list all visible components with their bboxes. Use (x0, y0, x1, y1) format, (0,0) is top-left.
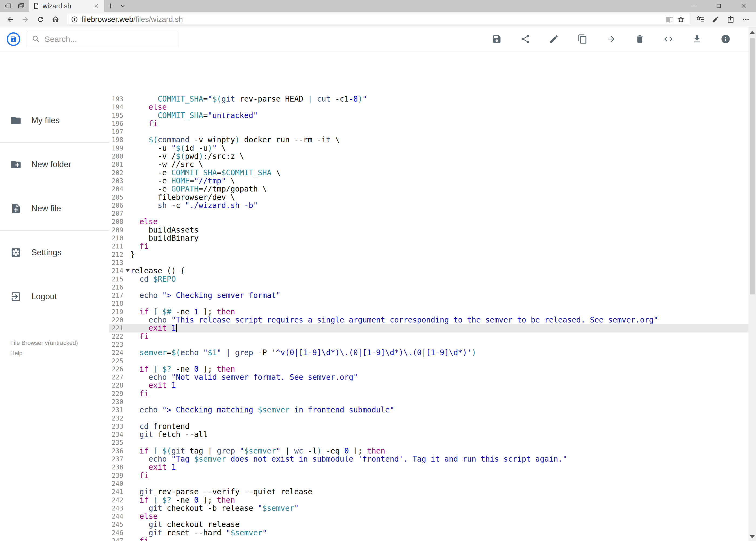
line-number[interactable]: 242 (109, 496, 130, 504)
line-number[interactable]: 228 (109, 381, 130, 389)
code-line[interactable]: 229 fi (109, 390, 748, 398)
code-line[interactable]: 241 git rev-parse --verify --quiet relea… (109, 488, 748, 496)
line-number[interactable]: 217 (109, 291, 130, 299)
copy-button[interactable] (576, 33, 589, 45)
line-number[interactable]: 197 (109, 128, 130, 136)
code-editor[interactable]: 193 COMMIT_SHA="$(git rev-parse HEAD | c… (109, 51, 748, 541)
search-box[interactable] (27, 31, 178, 47)
code-line[interactable]: 215 cd $REPO (109, 275, 748, 283)
search-input[interactable] (45, 35, 173, 44)
line-number[interactable]: 203 (109, 177, 130, 185)
line-number[interactable]: 244 (109, 512, 130, 520)
code-line[interactable]: 197 (109, 128, 748, 136)
line-number[interactable]: 199 (109, 144, 130, 152)
line-number[interactable]: 194 (109, 103, 130, 111)
move-button[interactable] (605, 33, 617, 45)
code-line[interactable]: 238 exit 1 (109, 463, 748, 471)
line-number[interactable]: 196 (109, 120, 130, 128)
line-number[interactable]: 213 (109, 259, 130, 267)
line-number[interactable]: 223 (109, 340, 130, 349)
raw-code-button[interactable] (662, 33, 674, 45)
line-number[interactable]: 234 (109, 430, 130, 439)
download-button[interactable] (691, 33, 703, 45)
back-button[interactable] (3, 12, 18, 27)
code-line[interactable]: 206 sh -c "./wizard.sh -b" (109, 202, 748, 210)
code-line[interactable]: 201 -w //src \ (109, 161, 748, 169)
page-scrollbar[interactable] (748, 27, 756, 541)
tab-preview-toggle[interactable] (117, 0, 129, 12)
reading-view-icon[interactable] (665, 15, 674, 24)
line-number[interactable]: 243 (109, 504, 130, 512)
code-line[interactable]: 240 (109, 480, 748, 488)
code-line[interactable]: 235 (109, 439, 748, 447)
code-line[interactable]: 209 buildAssets (109, 226, 748, 234)
window-minimize-button[interactable] (681, 0, 706, 12)
share-button[interactable] (723, 12, 738, 27)
line-number[interactable]: 193 (109, 95, 130, 103)
code-line[interactable]: 224 semver=$(echo "$1" | grep -P '^v(0|[… (109, 349, 748, 357)
line-number[interactable]: 200 (109, 152, 130, 161)
code-line[interactable]: 236 if [ $(git tag | grep "$semver" | wc… (109, 447, 748, 455)
refresh-button[interactable] (33, 12, 48, 27)
code-line[interactable]: 214release () { (109, 267, 748, 275)
code-line[interactable]: 219 if [ $# -ne 1 ]; then (109, 308, 748, 316)
code-line[interactable]: 198 $(command -v winpty) docker run --rm… (109, 136, 748, 144)
code-line[interactable]: 225 (109, 357, 748, 365)
code-line[interactable]: 205 filebrowser/dev \ (109, 194, 748, 202)
line-number[interactable]: 198 (109, 136, 130, 144)
line-number[interactable]: 214 (109, 267, 130, 275)
line-number[interactable]: 239 (109, 472, 130, 480)
line-number[interactable]: 207 (109, 210, 130, 218)
code-line[interactable]: 199 -u "$(id -u)" \ (109, 144, 748, 152)
code-line[interactable]: 213 (109, 259, 748, 267)
line-number[interactable]: 233 (109, 422, 130, 430)
code-line[interactable]: 217 echo "> Checking semver format" (109, 291, 748, 299)
line-number[interactable]: 210 (109, 234, 130, 242)
line-number[interactable]: 218 (109, 299, 130, 307)
code-line[interactable]: 230 (109, 398, 748, 406)
browser-tab-wizard-sh[interactable]: wizard.sh (29, 0, 104, 12)
code-line[interactable]: 208 else (109, 218, 748, 226)
line-number[interactable]: 201 (109, 161, 130, 169)
code-line[interactable]: 200 -v /$(pwd):/src:z \ (109, 152, 748, 161)
code-line[interactable]: 244 else (109, 512, 748, 520)
forward-button[interactable] (18, 12, 33, 27)
line-number[interactable]: 202 (109, 169, 130, 177)
line-number[interactable]: 208 (109, 218, 130, 226)
favorite-star-icon[interactable] (677, 15, 685, 24)
code-line[interactable]: 220 echo "This release script requires a… (109, 316, 748, 324)
line-number[interactable]: 238 (109, 463, 130, 471)
new-tab-button[interactable] (104, 0, 117, 12)
line-number[interactable]: 227 (109, 373, 130, 381)
code-line[interactable]: 247 fi (109, 537, 748, 541)
scrollbar-thumb[interactable] (750, 38, 755, 294)
code-line[interactable]: 210 buildBinary (109, 234, 748, 242)
line-number[interactable]: 222 (109, 332, 130, 340)
code-line[interactable]: 234 git fetch --all (109, 430, 748, 439)
code-line[interactable]: 211 fi (109, 242, 748, 251)
line-number[interactable]: 209 (109, 226, 130, 234)
url-field[interactable]: filebrowser.web/files/wizard.sh (67, 14, 689, 25)
rename-button[interactable] (548, 33, 560, 45)
line-number[interactable]: 220 (109, 316, 130, 324)
code-line[interactable]: 207 (109, 210, 748, 218)
code-line[interactable]: 239 fi (109, 472, 748, 480)
line-number[interactable]: 232 (109, 414, 130, 422)
line-number[interactable]: 246 (109, 529, 130, 537)
code-line[interactable]: 194 else (109, 103, 748, 111)
code-line[interactable]: 218 (109, 299, 748, 307)
code-line[interactable]: 231 echo "> Checking matching $semver in… (109, 406, 748, 414)
line-number[interactable]: 236 (109, 447, 130, 455)
line-number[interactable]: 235 (109, 439, 130, 447)
line-number[interactable]: 231 (109, 406, 130, 414)
line-number[interactable]: 219 (109, 308, 130, 316)
code-line[interactable]: 212} (109, 251, 748, 259)
code-line[interactable]: 222 fi (109, 332, 748, 340)
line-number[interactable]: 221 (109, 324, 130, 332)
help-link[interactable]: Help (10, 348, 109, 358)
share-file-button[interactable] (519, 33, 531, 45)
code-line[interactable]: 227 echo "Not valid semver format. See s… (109, 373, 748, 381)
code-line[interactable]: 193 COMMIT_SHA="$(git rev-parse HEAD | c… (109, 95, 748, 103)
line-number[interactable]: 241 (109, 488, 130, 496)
code-line[interactable]: 203 -e HOME="//tmp" \ (109, 177, 748, 185)
